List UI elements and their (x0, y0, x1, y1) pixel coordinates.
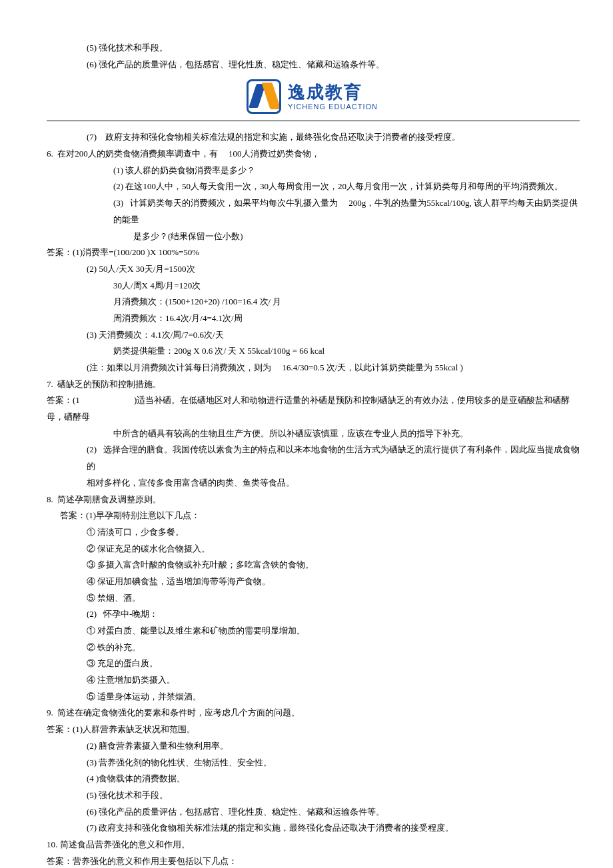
answer-6-2a: (2) 50人/天X 30天/月=1500次 (87, 261, 580, 278)
answer-6-note: (注：如果以月消费频次计算每日消费频次，则为 16.4/30=0.5 次/天，以… (87, 360, 580, 376)
brand-logo-text: 逸成教育 YICHENG EDUACTION (288, 83, 378, 111)
answer-8-m1: ① 对蛋白质、能量以及维生素和矿物质的需要明显增加。 (87, 623, 580, 640)
question-6-3a: (3) 计算奶类每天的消费频次，如果平均每次牛乳摄入量为 200g，牛乳的热量为… (113, 195, 580, 228)
divider (47, 121, 580, 121)
answer-6-2b: 30人/周X 4周/月=120次 (113, 278, 580, 294)
question-6-1: (1) 该人群的奶类食物消费率是多少？ (113, 163, 580, 179)
answer-7-1a: 答案：(1 )适当补硒。在低硒地区对人和动物进行适量的补硒是预防和控制硒缺乏的有… (47, 392, 580, 425)
answer-8-4: ④ 保证用加碘食盐，适当增加海带等海产食物。 (87, 574, 580, 590)
document-page: (5) 强化技术和手段。 (6) 强化产品的质量评估，包括感官、理化性质、稳定性… (0, 0, 613, 868)
answer-8-2: ② 保证充足的碳水化合物摄入。 (87, 541, 580, 558)
answer-8-m3: ③ 充足的蛋白质。 (87, 655, 580, 672)
answer-9-1: 答案：(1)人群营养素缺乏状况和范围。 (47, 721, 580, 738)
item-6: (6) 强化产品的质量评估，包括感官、理化性质、稳定性、储藏和运输条件等。 (87, 57, 580, 73)
answer-8-3: ③ 多摄入富含叶酸的食物或补充叶酸；多吃富含铁的食物。 (87, 557, 580, 574)
answer-10-head: 答案：营养强化的意义和作用主要包括以下几点： (47, 853, 580, 868)
question-6-3b: 是多少？(结果保留一位小数) (133, 228, 580, 245)
question-10: 10. 简述食品营养强化的意义和作用。 (47, 837, 580, 853)
question-8: 8. 简述孕期膳食及调整原则。 (47, 492, 580, 508)
answer-8-5: ⑤ 禁烟、酒。 (87, 590, 580, 607)
answer-9-3: (3) 营养强化剂的物化性状、生物活性、安全性。 (87, 755, 580, 771)
answer-9-5: (5) 强化技术和手段。 (87, 787, 580, 804)
answer-9-4: (4 )食物载体的消费数据。 (87, 771, 580, 787)
answer-8-1: ① 清淡可口，少食多餐。 (87, 524, 580, 541)
answer-6-3b: 奶类提供能量：200g X 0.6 次/ 天 X 55kcal/100g = 6… (113, 343, 580, 360)
question-6-2: (2) 在这100人中，50人每天食用一次，30人每周食用一次，20人每月食用一… (113, 179, 580, 195)
answer-6-1: 答案：(1)消费率=(100/200 )X 100%=50% (47, 244, 580, 261)
answer-9-7: (7) 政府支持和强化食物相关标准法规的指定和实施，最终强化食品还取决于消费者的… (87, 820, 580, 837)
answer-7-2b: 相对多样化，宣传多食用富含硒的肉类、鱼类等食品。 (87, 475, 580, 492)
answer-6-2d: 周消费频次：16.4次/月/4=4.1次/周 (113, 310, 580, 327)
answer-8-m4: ④ 注意增加奶类摄入。 (87, 672, 580, 689)
question-6: 6. 在对200人的奶类食物消费频率调查中，有 100人消费过奶类食物， (47, 146, 580, 163)
answer-8-m5: ⑤ 适量身体运动，并禁烟酒。 (87, 689, 580, 705)
answer-6-3a: (3) 天消费频次：4.1次/周/7=0.6次/天 (87, 327, 580, 344)
answer-7-1b: 中所含的硒具有较高的生物且生产方便。所以补硒应该慎重，应该在专业人员的指导下补充… (113, 426, 580, 442)
answer-9-6: (6) 强化产品的质量评估，包括感官、理化性质、稳定性、储藏和运输条件等。 (87, 804, 580, 821)
question-7: 7. 硒缺乏的预防和控制措施。 (47, 376, 580, 393)
brand-logo-icon (247, 79, 281, 114)
answer-8-m2: ② 铁的补充。 (87, 640, 580, 656)
answer-9-2: (2) 膳食营养素摄入量和生物利用率。 (87, 738, 580, 755)
brand-logo: 逸成教育 YICHENG EDUACTION (247, 79, 580, 114)
brand-name-en: YICHENG EDUACTION (288, 103, 378, 111)
answer-6-2c: 月消费频次：(1500+120+20) /100=16.4 次/ 月 (113, 294, 580, 310)
brand-name-cn: 逸成教育 (288, 83, 378, 103)
item-5: (5) 强化技术和手段。 (87, 40, 580, 57)
answer-8-head: 答案：(1)早孕期特别注意以下几点： (60, 508, 580, 524)
answer-8-mid: (2) 怀孕中-晚期： (87, 606, 580, 623)
question-9: 9. 简述在确定食物强化的要素和条件时，应考虑几个方面的问题。 (47, 705, 580, 721)
answer-7-2a: (2) 选择合理的膳食。我国传统以素食为主的特点和以来本地食物的生活方式为硒缺乏… (87, 442, 580, 474)
item-7: (7) 政府支持和强化食物相关标准法规的指定和实施，最终强化食品还取决于消费者的… (87, 129, 580, 146)
